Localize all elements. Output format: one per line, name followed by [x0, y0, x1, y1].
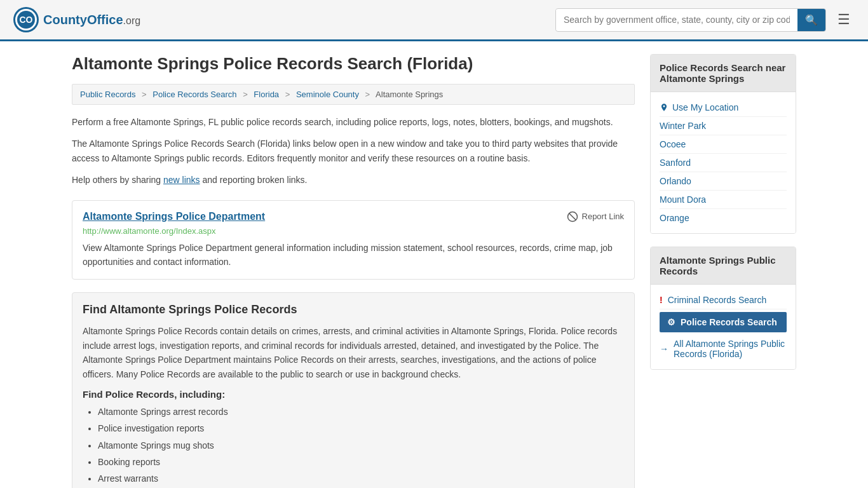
logo-area: CO CountyOffice.org — [13, 6, 140, 33]
list-item: Altamonte Springs arrest records — [98, 405, 624, 419]
sidebar-public-records-body: ! Criminal Records Search ⚙ Police Recor… — [651, 285, 796, 369]
svg-line-5 — [569, 213, 576, 220]
find-section-heading: Find Altamonte Springs Police Records — [83, 303, 624, 316]
sidebar-public-records-section: Altamonte Springs Public Records ! Crimi… — [650, 247, 796, 370]
report-icon — [567, 211, 578, 222]
search-input[interactable] — [556, 10, 797, 30]
criminal-records-label: Criminal Records Search — [668, 295, 767, 305]
report-link[interactable]: Report Link — [567, 211, 624, 222]
description-area: Perform a free Altamonte Springs, FL pub… — [72, 115, 635, 187]
breadcrumb-current: Altamonte Springs — [376, 90, 443, 99]
find-section-subheading: Find Police Records, including: — [83, 389, 624, 400]
page-title: Altamonte Springs Police Records Search … — [72, 54, 635, 74]
svg-text:CO: CO — [20, 15, 33, 25]
find-section-paragraph: Altamonte Springs Police Records contain… — [83, 324, 624, 381]
link-card: Altamonte Springs Police Department Repo… — [72, 200, 635, 280]
sidebar-link-orange[interactable]: Orange — [660, 209, 787, 227]
gear-icon: ⚙ — [667, 317, 675, 327]
link-card-desc: View Altamonte Springs Police Department… — [83, 241, 624, 269]
menu-icon[interactable]: ☰ — [832, 9, 855, 30]
list-item: Arrest warrants — [98, 471, 624, 485]
arrow-icon: → — [660, 344, 668, 354]
find-section: Find Altamonte Springs Police Records Al… — [72, 292, 635, 488]
use-location-label: Use My Location — [672, 102, 738, 112]
sidebar-police-records-link[interactable]: ⚙ Police Records Search — [660, 312, 787, 332]
sidebar-all-public-records-link[interactable]: → All Altamonte Springs Public Records (… — [660, 335, 787, 363]
sidebar-nearby-section: Police Records Search near Altamonte Spr… — [650, 54, 796, 234]
find-section-list: Altamonte Springs arrest records Police … — [83, 405, 624, 488]
search-button[interactable]: 🔍 — [797, 9, 825, 31]
sidebar-link-orlando[interactable]: Orlando — [660, 172, 787, 191]
sidebar-link-mount-dora[interactable]: Mount Dora — [660, 191, 787, 209]
list-item: Altamonte Springs mug shots — [98, 438, 624, 452]
sidebar-link-ocoee[interactable]: Ocoee — [660, 135, 787, 154]
link-card-header: Altamonte Springs Police Department Repo… — [83, 211, 624, 222]
all-public-records-label: All Altamonte Springs Public Records (Fl… — [674, 339, 787, 359]
logo-icon: CO — [13, 6, 39, 33]
header: CO CountyOffice.org 🔍 ☰ — [0, 0, 868, 41]
sidebar-criminal-records-link[interactable]: ! Criminal Records Search — [660, 291, 787, 309]
breadcrumb-public-records[interactable]: Public Records — [80, 90, 135, 99]
breadcrumb-florida[interactable]: Florida — [254, 90, 279, 99]
exclamation-icon: ! — [660, 295, 663, 305]
police-records-label: Police Records Search — [681, 317, 777, 327]
logo-text: CountyOffice.org — [43, 13, 140, 27]
header-right: 🔍 ☰ — [555, 8, 855, 32]
sidebar-public-records-header: Altamonte Springs Public Records — [651, 247, 796, 285]
list-item: Police investigation reports — [98, 421, 624, 435]
breadcrumb: Public Records > Police Records Search >… — [72, 84, 635, 105]
list-item: Booking reports — [98, 455, 624, 469]
main-content: Altamonte Springs Police Records Search … — [72, 54, 635, 488]
breadcrumb-seminole[interactable]: Seminole County — [296, 90, 359, 99]
sidebar: Police Records Search near Altamonte Spr… — [650, 54, 796, 488]
location-pin-icon — [660, 103, 668, 112]
description-3: Help others by sharing new links and rep… — [72, 173, 635, 187]
link-card-url[interactable]: http://www.altamonte.org/Index.aspx — [83, 226, 624, 236]
description-2: The Altamonte Springs Police Records Sea… — [72, 137, 635, 165]
sidebar-nearby-header: Police Records Search near Altamonte Spr… — [651, 55, 796, 92]
breadcrumb-police-records[interactable]: Police Records Search — [153, 90, 236, 99]
description-1: Perform a free Altamonte Springs, FL pub… — [72, 115, 635, 129]
search-bar: 🔍 — [555, 8, 826, 32]
link-card-title[interactable]: Altamonte Springs Police Department — [83, 211, 265, 222]
sidebar-link-winter-park[interactable]: Winter Park — [660, 117, 787, 135]
page-container: Altamonte Springs Police Records Search … — [59, 41, 809, 488]
new-links-link[interactable]: new links — [163, 175, 200, 185]
sidebar-link-sanford[interactable]: Sanford — [660, 154, 787, 172]
use-location-link[interactable]: Use My Location — [660, 98, 787, 117]
sidebar-nearby-body: Use My Location Winter Park Ocoee Sanfor… — [651, 92, 796, 233]
